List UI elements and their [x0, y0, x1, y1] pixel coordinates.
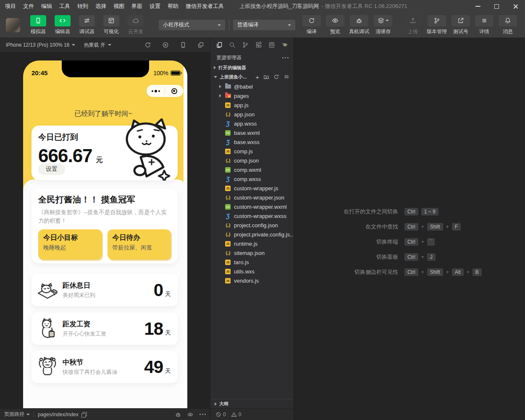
hot-reload-toggle[interactable]: 热重载 开	[84, 42, 111, 49]
file-row[interactable]: JSvendors.js	[210, 276, 294, 285]
file-row[interactable]: JSruntime.js	[210, 239, 294, 248]
countdown-card[interactable]: 距发工资开开心心快发工资18天	[32, 312, 178, 345]
slogan-box[interactable]: 今日待办带薪拉屎、闲逛	[108, 229, 171, 260]
file-row[interactable]: JScomp.js	[210, 147, 294, 156]
npm-icon[interactable]	[268, 42, 275, 48]
wechat-devtools-window: 项目文件编辑工具转到选择视图界面设置帮助微信开发者工具 上班摸鱼小程序源码_刀客…	[0, 0, 525, 420]
record-icon[interactable]	[162, 42, 169, 48]
action-button-bug[interactable]: 真机调试	[348, 15, 370, 35]
file-row[interactable]: JSutils.wxs	[210, 267, 294, 276]
file-row[interactable]: @babel	[210, 82, 294, 91]
menu-item[interactable]: 微信开发者工具	[186, 3, 224, 10]
action-button-branch[interactable]: 版本管理	[426, 15, 448, 35]
new-folder-icon[interactable]	[263, 74, 269, 80]
git-branch-icon[interactable]	[242, 42, 249, 48]
copy-icon[interactable]	[81, 412, 86, 417]
action-button-refresh[interactable]: 编译	[301, 15, 322, 35]
action-button-bell[interactable]: 消息	[497, 15, 518, 35]
rotate-icon[interactable]	[144, 42, 151, 48]
file-type-icon: {..}	[225, 222, 231, 228]
file-row[interactable]: JStaro.js	[210, 257, 294, 267]
countdown-title: 距休息日	[63, 281, 95, 290]
file-row[interactable]: {..}project.config.json	[210, 220, 294, 230]
slogan-boxes: 今日小目标晚睡晚起今日待办带薪拉屎、闲逛	[38, 229, 171, 260]
menu-item[interactable]: 项目	[5, 3, 16, 10]
search-icon[interactable]	[229, 42, 236, 48]
menu-item[interactable]: 设置	[150, 3, 160, 10]
more-icon[interactable]	[200, 414, 206, 415]
action-button-eye[interactable]: 预览	[325, 15, 346, 35]
file-row[interactable]: Ʒcustom-wrapper.wxss	[210, 211, 294, 220]
extensions-icon[interactable]	[255, 42, 262, 48]
collapse-all-icon[interactable]	[284, 74, 289, 80]
shortcut-label: 切换终端	[294, 238, 404, 246]
eye-icon[interactable]	[187, 412, 193, 417]
avatar[interactable]	[6, 18, 20, 32]
keycap: Ctrl	[404, 238, 418, 246]
capsule-close-button[interactable]	[165, 88, 183, 94]
action-button-layers[interactable]: 清缓存	[373, 15, 394, 35]
toolbar-button-visual-layout[interactable]: 可视化	[101, 15, 122, 35]
file-row[interactable]: JSapp.js	[210, 100, 294, 110]
action-button-external-link[interactable]: 测试号	[450, 15, 471, 35]
file-row[interactable]: Ʒcomp.wxss	[210, 174, 294, 184]
toolbar-button-cloud[interactable]: 云开发	[125, 15, 146, 35]
menu-item[interactable]: 编辑	[41, 3, 52, 10]
toolbar-button-debugger[interactable]: 调试器	[76, 15, 97, 35]
file-row[interactable]: {..}app.json	[210, 110, 294, 119]
teapot-icon[interactable]	[281, 42, 288, 48]
problems-statusbar[interactable]: 0 0	[210, 408, 294, 420]
maximize-button[interactable]	[487, 0, 506, 13]
toolbar-button-simulator[interactable]: 模拟器	[28, 15, 49, 35]
menu-item[interactable]: 界面	[131, 3, 142, 10]
refresh-icon[interactable]	[273, 74, 279, 80]
js-file-icon: JS	[225, 269, 231, 274]
capsule-more-button[interactable]	[147, 90, 165, 92]
multi-window-icon[interactable]	[197, 42, 204, 48]
countdown-subtitle: 开开心心快发工资	[63, 330, 106, 338]
file-row[interactable]: Ʒbase.wxss	[210, 137, 294, 147]
mode-dropdown[interactable]: 小程序模式	[159, 20, 225, 30]
menu-item[interactable]: 工具	[59, 3, 70, 10]
device-selector[interactable]: iPhone 12/13 (Pro) 100% 16	[6, 42, 75, 48]
file-row[interactable]: {..}comp.json	[210, 156, 294, 165]
menu-item[interactable]: 帮助	[168, 3, 178, 10]
action-button-menu-lines[interactable]: 详情	[474, 15, 495, 35]
device-frame-icon[interactable]	[180, 42, 186, 48]
toolbar-button-code-editor[interactable]: 编辑器	[52, 15, 73, 35]
minimize-button[interactable]	[468, 0, 487, 13]
explorer-more-icon[interactable]	[282, 57, 289, 58]
new-file-icon[interactable]: +	[255, 74, 259, 80]
countdown-unit: 天	[165, 368, 171, 375]
slogan-box[interactable]: 今日小目标晚睡晚起	[38, 229, 102, 260]
menu-item[interactable]: 视图	[113, 3, 124, 10]
project-section[interactable]: 上班摸鱼小... +	[210, 72, 294, 81]
menu-item[interactable]: 选择	[95, 3, 106, 10]
file-row[interactable]: {..}sitemap.json	[210, 248, 294, 257]
countdown-card[interactable]: 中秋节快放假了再打会儿酱油49天	[32, 351, 178, 383]
file-row[interactable]: JScustom-wrapper.js	[210, 184, 294, 193]
simulator-viewport: 20:45 100% 已经到了躺平时间~ 今日已打到	[0, 52, 210, 408]
menu-item[interactable]: 转到	[77, 3, 88, 10]
file-row[interactable]: pages	[210, 91, 294, 100]
file-row[interactable]: Ʒapp.wxss	[210, 119, 294, 128]
file-type-icon: {..}	[225, 111, 231, 118]
outline-section[interactable]: 大纲	[210, 399, 294, 408]
countdown-card[interactable]: 距休息日美好周末已到0天	[32, 274, 178, 306]
files-icon[interactable]	[216, 42, 223, 48]
phone-scrollbar-track[interactable]	[184, 60, 187, 408]
compile-mode-dropdown[interactable]: 普通编译	[233, 20, 295, 30]
close-button[interactable]	[506, 0, 525, 13]
settings-button[interactable]: 设置	[38, 163, 65, 175]
file-row[interactable]: <>custom-wrapper.wxml	[210, 202, 294, 211]
file-row[interactable]: <>comp.wxml	[210, 165, 294, 174]
action-button-upload[interactable]: 上传	[402, 15, 423, 35]
bug-icon[interactable]	[175, 412, 181, 417]
file-row[interactable]: {..}project.private.config.js...	[210, 230, 294, 239]
file-row[interactable]: {..}custom-wrapper.json	[210, 193, 294, 202]
file-row[interactable]: <>base.wxml	[210, 128, 294, 137]
page-path-label[interactable]: 页面路径	[4, 411, 24, 418]
menu-item[interactable]: 文件	[23, 3, 34, 10]
open-editors-section[interactable]: 打开的编辑器	[210, 63, 294, 72]
json-file-icon: {..}	[226, 250, 230, 255]
